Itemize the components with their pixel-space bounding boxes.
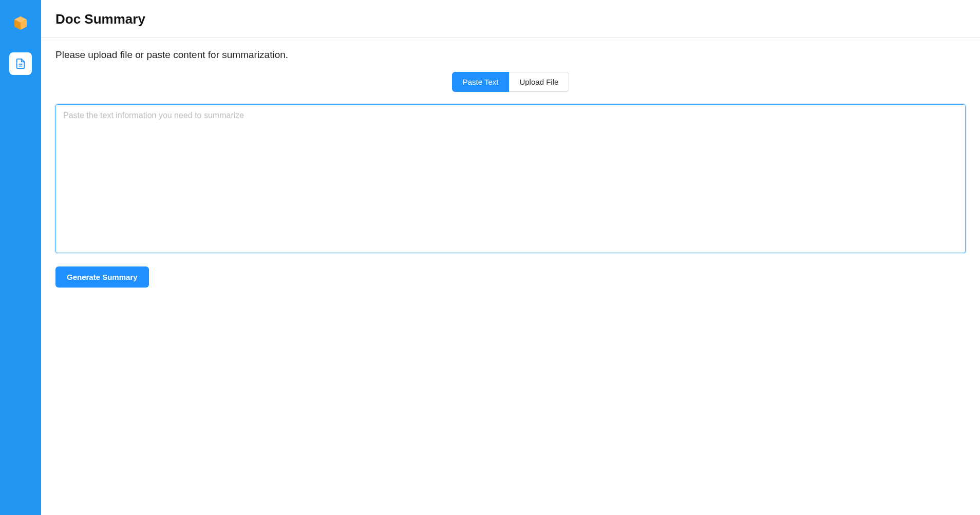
header: Doc Summary [41,0,980,38]
input-mode-tabs: Paste Text Upload File [55,72,966,92]
sidebar [0,0,41,515]
description-text: Please upload file or paste content for … [55,49,966,61]
sidebar-item-doc-summary[interactable] [9,52,32,75]
textarea-container [55,104,966,255]
tab-paste-text[interactable]: Paste Text [452,72,510,92]
document-icon [15,58,26,69]
main-content: Doc Summary Please upload file or paste … [41,0,980,515]
content-area: Please upload file or paste content for … [41,38,980,299]
tab-upload-file[interactable]: Upload File [509,72,569,92]
page-title: Doc Summary [55,11,966,27]
content-textarea[interactable] [55,104,966,253]
generate-summary-button[interactable]: Generate Summary [55,266,149,288]
cube-logo-icon [12,15,29,32]
